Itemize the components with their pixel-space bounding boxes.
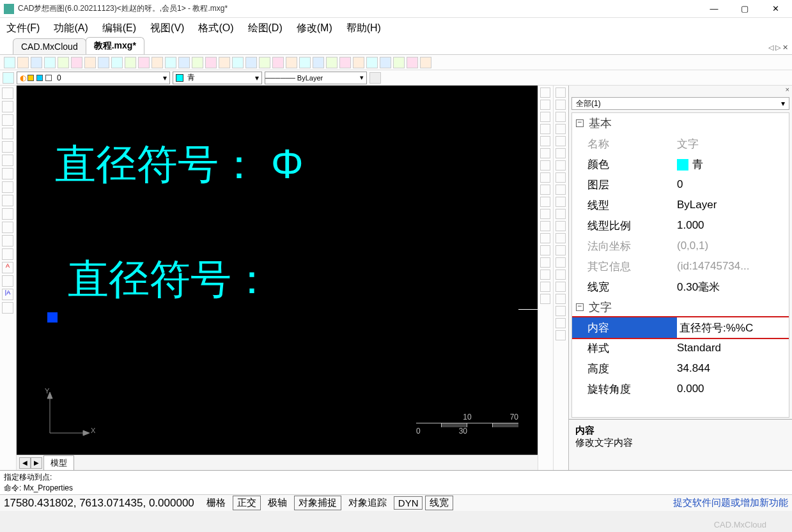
tool-paint[interactable] bbox=[205, 57, 217, 68]
tool-calc[interactable] bbox=[366, 57, 378, 68]
dim-extra3[interactable] bbox=[555, 294, 566, 304]
prop-normal[interactable]: 法向坐标(0,0,1) bbox=[572, 236, 789, 256]
dim-edit[interactable] bbox=[555, 233, 566, 243]
dim-tol[interactable] bbox=[555, 209, 566, 219]
tool-ellipse[interactable] bbox=[2, 181, 13, 193]
collapse-icon[interactable] bbox=[576, 119, 584, 127]
menu-format[interactable]: 格式(O) bbox=[198, 22, 233, 35]
mod-move[interactable] bbox=[540, 136, 550, 146]
tool-table[interactable] bbox=[2, 275, 13, 287]
mod-fillet[interactable] bbox=[540, 245, 550, 255]
menu-draw[interactable]: 绘图(D) bbox=[248, 22, 283, 35]
tool-point[interactable] bbox=[2, 235, 13, 247]
dim-leader[interactable] bbox=[555, 197, 566, 207]
canvas-text-1[interactable]: 直径符号： Φ bbox=[55, 137, 304, 192]
tool-insertblock[interactable] bbox=[2, 208, 13, 220]
command-line[interactable]: 指定移动到点: 命令: Mx_Properties bbox=[0, 470, 792, 494]
ltype-manager-button[interactable] bbox=[369, 72, 381, 84]
mod-array[interactable] bbox=[540, 124, 550, 134]
dim-ord[interactable] bbox=[555, 124, 566, 134]
prop-linetype[interactable]: 线型ByLayer bbox=[572, 195, 789, 215]
tool-pan[interactable] bbox=[111, 57, 123, 68]
prop-lineweight[interactable]: 线宽0.30毫米 bbox=[572, 277, 789, 297]
tool-zoomr[interactable] bbox=[178, 57, 190, 68]
dim-angular[interactable] bbox=[555, 160, 566, 171]
tool-mark[interactable] bbox=[259, 57, 270, 68]
layout-next[interactable]: ▶ bbox=[31, 457, 42, 469]
tool-zoomext[interactable] bbox=[98, 57, 109, 68]
tool-makeblock[interactable] bbox=[2, 222, 13, 233]
tool-polygon[interactable] bbox=[2, 114, 13, 126]
mod-rotate[interactable] bbox=[540, 148, 550, 158]
status-lwt[interactable]: 线宽 bbox=[425, 496, 453, 510]
dim-baseline[interactable] bbox=[555, 172, 566, 183]
tool-extra3[interactable] bbox=[407, 57, 418, 68]
layer-selector[interactable]: ◐ 0 ▾ bbox=[17, 72, 170, 84]
mod-offset[interactable] bbox=[540, 112, 550, 122]
tool-zoomd[interactable] bbox=[192, 57, 203, 68]
status-dyn[interactable]: DYN bbox=[394, 496, 423, 510]
tool-extra1[interactable] bbox=[380, 57, 391, 68]
doc-tab-2[interactable]: 教程.mxg* bbox=[86, 37, 144, 54]
dim-extra2[interactable] bbox=[555, 282, 566, 292]
color-selector[interactable]: 青 ▾ bbox=[173, 72, 262, 84]
dim-arc[interactable] bbox=[555, 112, 566, 122]
dim-continue[interactable] bbox=[555, 185, 566, 195]
feedback-link[interactable]: 提交软件问题或增加新功能 bbox=[673, 497, 788, 509]
prop-other[interactable]: 其它信息(id:14745734... bbox=[572, 256, 789, 277]
selection-grip[interactable] bbox=[47, 312, 58, 323]
status-grid[interactable]: 栅格 bbox=[202, 496, 230, 510]
status-otrack[interactable]: 对象追踪 bbox=[344, 496, 391, 510]
tool-extra2[interactable] bbox=[393, 57, 405, 68]
layer-manager-button[interactable] bbox=[3, 72, 14, 84]
canvas-text-2[interactable]: 直径符号： bbox=[68, 252, 272, 307]
dim-extra5[interactable] bbox=[555, 318, 566, 328]
property-grid[interactable]: 基本 名称文字 颜色青 图层0 线型ByLayer 线型比例1.000 法向坐标… bbox=[571, 112, 789, 418]
tool-search[interactable] bbox=[138, 57, 150, 68]
mod-stretch[interactable] bbox=[540, 172, 550, 183]
category-text[interactable]: 文字 bbox=[572, 297, 789, 317]
minimize-button[interactable]: — bbox=[706, 4, 722, 13]
tool-zoom[interactable] bbox=[71, 57, 82, 68]
status-polar[interactable]: 极轴 bbox=[263, 496, 291, 510]
category-basic[interactable]: 基本 bbox=[572, 113, 789, 133]
selection-dropdown[interactable]: 全部(1) ▾ bbox=[571, 97, 789, 110]
tool-hatch[interactable] bbox=[286, 57, 297, 68]
doc-tab-1[interactable]: CAD.MxCloud bbox=[13, 38, 86, 54]
tool-arc[interactable] bbox=[2, 141, 13, 153]
dim-diameter[interactable] bbox=[555, 148, 566, 158]
tool-color[interactable] bbox=[219, 57, 230, 68]
close-button[interactable]: ✕ bbox=[768, 4, 783, 13]
tool-undo[interactable] bbox=[339, 57, 351, 68]
tool-insert[interactable] bbox=[313, 57, 324, 68]
tool-image[interactable] bbox=[326, 57, 338, 68]
menu-view[interactable]: 视图(V) bbox=[150, 22, 184, 35]
menu-file[interactable]: 文件(F) bbox=[6, 22, 40, 35]
mod-mirror[interactable] bbox=[540, 100, 550, 110]
tool-redo[interactable] bbox=[353, 57, 364, 68]
dim-extra6[interactable] bbox=[555, 330, 566, 340]
tool-layers[interactable] bbox=[232, 57, 244, 68]
tool-pline[interactable] bbox=[2, 101, 13, 112]
mod-chamfer[interactable] bbox=[540, 233, 550, 243]
tool-saveas[interactable] bbox=[44, 57, 56, 68]
tool-measure[interactable] bbox=[125, 57, 136, 68]
prop-layer[interactable]: 图层0 bbox=[572, 174, 789, 195]
prop-height[interactable]: 高度34.844 bbox=[572, 358, 789, 379]
tool-brush[interactable] bbox=[245, 57, 257, 68]
dim-style[interactable] bbox=[555, 245, 566, 255]
prop-ltscale[interactable]: 线型比例1.000 bbox=[572, 215, 789, 236]
mod-join[interactable] bbox=[540, 221, 550, 231]
prop-rotation[interactable]: 旋转角度0.000 bbox=[572, 379, 789, 399]
dim-linear[interactable] bbox=[555, 87, 566, 98]
mod-trim[interactable] bbox=[540, 185, 550, 195]
tool-zoomp[interactable] bbox=[151, 57, 163, 68]
layout-tab-model[interactable]: 模型 bbox=[43, 455, 74, 471]
tool-rect[interactable] bbox=[2, 128, 13, 139]
menu-edit[interactable]: 编辑(E) bbox=[102, 22, 136, 35]
coordinates-display[interactable]: 17580.431802, 7613.071435, 0.000000 bbox=[4, 497, 194, 510]
tool-block[interactable] bbox=[299, 57, 311, 68]
mod-extra1[interactable] bbox=[540, 282, 550, 292]
mod-copy[interactable] bbox=[540, 87, 550, 98]
dim-aligned[interactable] bbox=[555, 100, 566, 110]
